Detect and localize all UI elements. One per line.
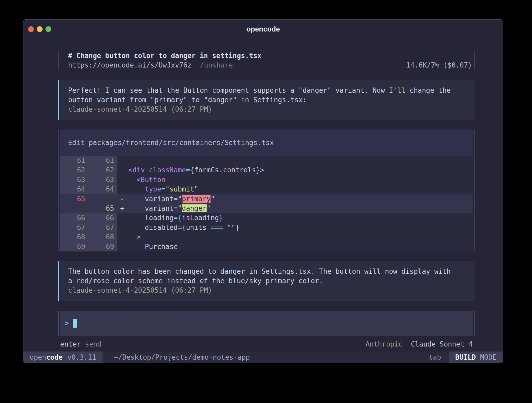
- diff-row: 6464 type="submit": [60, 184, 473, 194]
- mode-chip[interactable]: BUILD MODE: [449, 352, 503, 363]
- edit-tool-block: Edit packages/frontend/src/containers/Se…: [58, 130, 475, 251]
- message-text: The button color has been changed to dan…: [68, 267, 475, 286]
- app-name-code: code: [46, 353, 63, 361]
- message-model-meta: claude-sonnet-4-20250514 (06:27 PM): [68, 286, 475, 295]
- diff-row: 6666 loading={isLoading}: [60, 213, 473, 223]
- status-bar: opencode v0.3.11 ~/Desktop/Projects/demo…: [23, 352, 503, 363]
- app-version: v0.3.11: [67, 353, 96, 361]
- message-model-meta: claude-sonnet-4-20250514 (06:27 PM): [68, 105, 475, 114]
- unshare-command[interactable]: /unshare: [200, 60, 233, 70]
- provider-name: Anthropic: [366, 340, 403, 348]
- session-header: # Change button color to danger in setti…: [58, 50, 475, 70]
- app-window: opencode # Change button color to danger…: [23, 19, 503, 363]
- footer-hints: enter send Anthropic Claude Sonnet 4: [60, 339, 473, 349]
- enter-key-hint: enter: [60, 339, 81, 349]
- session-right-rule: [474, 50, 475, 70]
- working-directory: ~/Desktop/Projects/demo-notes-app: [114, 352, 250, 363]
- diff-right-rule: [474, 130, 475, 251]
- diff-row: 6363 <Button: [60, 175, 473, 184]
- diff-row: 6767 disabled={units === ""}: [60, 223, 473, 232]
- diff-file-path: packages/frontend/src/containers/Setting…: [89, 139, 274, 147]
- prompt-block: >: [58, 311, 475, 336]
- screen: opencode # Change button color to danger…: [0, 0, 532, 403]
- message-accent-bar: [58, 261, 59, 301]
- diff-row: 6868 >: [60, 232, 473, 242]
- token-cost-stats: 14.6K/7% ($0.07): [406, 60, 473, 70]
- model-name: Claude Sonnet 4: [411, 340, 473, 348]
- mode-label-rest: MODE: [480, 353, 497, 361]
- prompt-left-rule: [58, 311, 59, 336]
- send-hint-label: send: [85, 339, 101, 349]
- prompt-input[interactable]: >: [60, 311, 473, 336]
- assistant-message: Perfect! I can see that the Button compo…: [58, 80, 475, 120]
- diff-row: 6262 <div className={formCs.controls}>: [60, 165, 473, 175]
- assistant-message: The button color has been changed to dan…: [58, 261, 475, 301]
- diff-row: 6161: [60, 156, 473, 165]
- tab-key-hint: tab: [429, 352, 441, 363]
- prompt-right-rule: [474, 311, 475, 336]
- session-left-rule: [58, 50, 59, 70]
- titlebar: opencode: [23, 19, 503, 39]
- diff-row: 65+ variant="danger": [60, 204, 473, 213]
- window-title: opencode: [23, 19, 503, 39]
- text-cursor: [73, 319, 77, 328]
- message-accent-bar: [58, 80, 59, 120]
- message-text: Perfect! I can see that the Button compo…: [68, 86, 475, 105]
- diff-rows: 61616262 <div className={formCs.controls…: [60, 156, 473, 251]
- diff-left-rule: [58, 130, 59, 251]
- diff-header: Edit packages/frontend/src/containers/Se…: [60, 130, 473, 156]
- session-title: # Change button color to danger in setti…: [68, 51, 473, 60]
- prompt-char: >: [65, 319, 69, 327]
- mode-label-bold: BUILD: [455, 353, 476, 361]
- diff-action-label: Edit: [68, 139, 85, 147]
- model-indicator: Anthropic Claude Sonnet 4: [366, 339, 473, 349]
- app-version-chip: opencode v0.3.11: [23, 352, 103, 363]
- diff-row: 65- variant="primary": [60, 194, 473, 204]
- diff-row: 6969 Purchase: [60, 242, 473, 251]
- app-name-open: open: [30, 353, 46, 361]
- main-content: # Change button color to danger in setti…: [23, 39, 503, 352]
- share-url-link[interactable]: https://opencode.ai/s/UwJxv76z: [68, 60, 192, 70]
